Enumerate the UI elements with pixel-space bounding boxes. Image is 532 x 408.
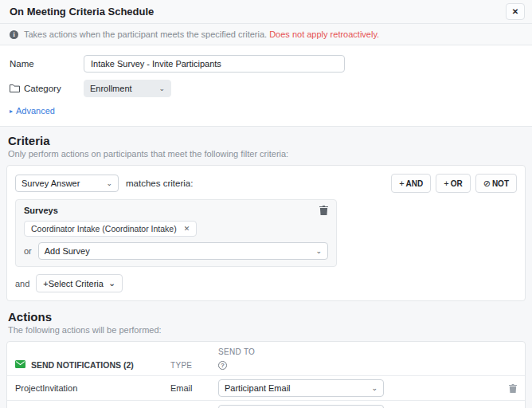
notifications-column-label: SEND NOTIFICATIONS (2)	[31, 360, 134, 370]
chevron-down-icon: ⌄	[108, 278, 115, 288]
filter-type-select[interactable]: Survey Answer ⌄	[15, 175, 119, 192]
folder-icon	[10, 84, 20, 94]
actions-table-panel: SEND NOTIFICATIONS (2) TYPE SEND TO ? Pr…	[6, 341, 526, 408]
criteria-panel: Survey Answer ⌄ matches criteria: +AND +…	[6, 165, 526, 301]
criteria-subheading: Only perform actions on participants tha…	[8, 149, 524, 159]
delete-notification-button[interactable]	[509, 384, 517, 393]
criteria-filter-row: Survey Answer ⌄ matches criteria: +AND +…	[15, 174, 517, 193]
not-button-label: NOT	[492, 179, 509, 188]
sendto-column-label: SEND TO	[218, 347, 384, 356]
chevron-down-icon: ⌄	[371, 385, 377, 392]
table-row: ProjectInvitation_SMS Sms Participant Mo…	[7, 401, 525, 408]
select-criteria-button[interactable]: +Select Criteria ⌄	[36, 274, 123, 292]
type-column-header: TYPE	[170, 361, 218, 370]
envelope-icon	[15, 360, 25, 370]
chevron-down-icon: ⌄	[158, 85, 165, 92]
modal-title: On Meeting Criteria Schedule	[10, 6, 154, 18]
info-icon: i	[10, 30, 18, 39]
category-selected-value: Enrollment	[90, 84, 132, 93]
advanced-label: Advanced	[16, 106, 55, 116]
trash-icon	[509, 383, 517, 395]
surveys-heading: Surveys	[24, 206, 58, 215]
plus-icon: +	[399, 178, 404, 188]
notification-type: Email	[170, 383, 218, 393]
table-row: ProjectInvitation Email Participant Emai…	[7, 376, 525, 401]
caret-right-icon: ▸	[10, 108, 13, 115]
name-input[interactable]	[84, 55, 345, 73]
actions-table-header: SEND NOTIFICATIONS (2) TYPE SEND TO ?	[7, 342, 525, 376]
or-label: or	[24, 246, 32, 256]
notification-name: ProjectInvitation	[15, 383, 170, 393]
chevron-down-icon: ⌄	[106, 180, 112, 187]
add-not-button[interactable]: ⊘NOT	[475, 174, 517, 193]
survey-tag: Coordinator Intake (Coordinator Intake) …	[24, 221, 197, 237]
close-button[interactable]: ✕	[506, 3, 525, 20]
notifications-column-header: SEND NOTIFICATIONS (2)	[15, 360, 170, 370]
form-section: Name Category Enrollment ⌄ ▸ Advanced	[0, 45, 532, 127]
or-button-label: OR	[451, 179, 463, 188]
sendto-select[interactable]: Participant Email ⌄	[218, 379, 384, 397]
category-label-text: Category	[24, 84, 61, 93]
add-survey-select[interactable]: Add Survey ⌄	[38, 242, 328, 260]
actions-section-head: Actions The following actions will be pe…	[8, 310, 524, 335]
and-label: and	[15, 279, 29, 288]
name-row: Name	[10, 55, 522, 73]
trash-icon	[319, 206, 328, 218]
add-survey-selected-value: Add Survey	[45, 246, 90, 256]
advanced-toggle[interactable]: ▸ Advanced	[10, 106, 522, 116]
add-survey-row: or Add Survey ⌄	[24, 242, 328, 260]
remove-tag-icon[interactable]: ✕	[184, 225, 190, 233]
close-icon: ✕	[512, 7, 518, 16]
survey-tag-label: Coordinator Intake (Coordinator Intake)	[31, 224, 177, 233]
matches-criteria-label: matches criteria:	[126, 178, 193, 188]
modal-header: On Meeting Criteria Schedule ✕	[0, 0, 532, 24]
category-select[interactable]: Enrollment ⌄	[84, 80, 171, 97]
actions-subheading: The following actions will be performed:	[8, 325, 524, 335]
delete-surveys-criterion-button[interactable]	[319, 206, 328, 215]
sendto-column-header: SEND TO ?	[218, 347, 384, 370]
and-button-label: AND	[406, 179, 424, 188]
info-bar: i Takes actions when the participant mee…	[0, 24, 532, 45]
select-criteria-button-label: +Select Criteria	[43, 279, 104, 288]
modal-body: Criteria Only perform actions on partici…	[0, 127, 532, 408]
category-row: Category Enrollment ⌄	[10, 80, 522, 97]
chevron-down-icon: ⌄	[315, 248, 322, 255]
plus-icon: +	[444, 178, 448, 188]
on-meeting-criteria-schedule-modal: On Meeting Criteria Schedule ✕ i Takes a…	[0, 0, 532, 408]
name-label: Name	[10, 59, 84, 69]
surveys-subpanel: Surveys Coordinator Intake (Coordinator …	[15, 199, 337, 267]
logic-buttons: +AND +OR ⊘NOT	[391, 174, 517, 193]
criteria-heading: Criteria	[8, 134, 524, 147]
actions-section: Actions The following actions will be pe…	[0, 310, 532, 408]
surveys-subpanel-head: Surveys	[24, 206, 328, 215]
select-criteria-row: and +Select Criteria ⌄	[15, 274, 517, 292]
sendto-select[interactable]: Participant Mobile Phone ⌄	[218, 405, 384, 408]
criteria-section-head: Criteria Only perform actions on partici…	[8, 134, 524, 159]
help-icon[interactable]: ?	[218, 361, 227, 370]
actions-heading: Actions	[8, 310, 524, 324]
add-and-button[interactable]: +AND	[391, 174, 431, 193]
info-warning-text: Does not apply retroactively.	[269, 29, 379, 39]
filter-type-selected-value: Survey Answer	[22, 178, 80, 188]
not-icon: ⊘	[483, 178, 491, 189]
category-label: Category	[10, 84, 84, 94]
sendto-selected-value: Participant Email	[225, 383, 291, 393]
info-text: Takes actions when the participant meets…	[24, 29, 379, 39]
info-text-main: Takes actions when the participant meets…	[24, 29, 267, 39]
add-or-button[interactable]: +OR	[436, 174, 470, 193]
